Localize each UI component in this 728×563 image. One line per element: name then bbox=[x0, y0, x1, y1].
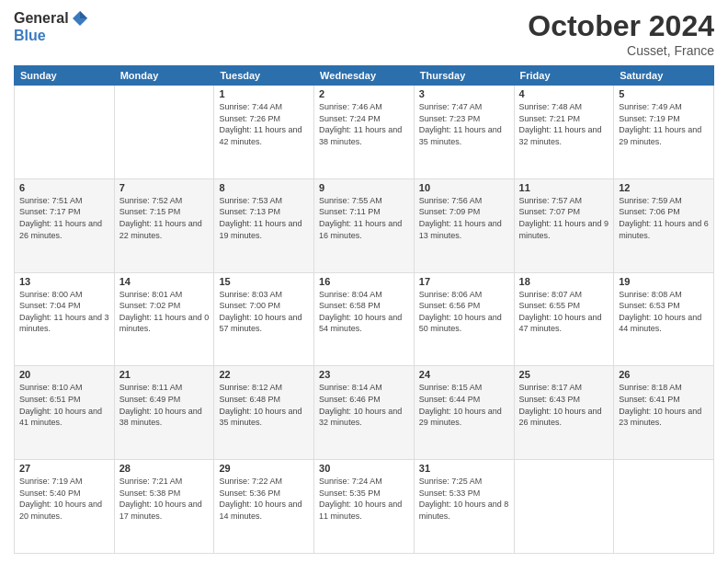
col-tuesday: Tuesday bbox=[214, 66, 314, 86]
day-number: 15 bbox=[219, 276, 309, 287]
table-row: 25Sunrise: 8:17 AM Sunset: 6:43 PM Dayli… bbox=[514, 366, 614, 460]
day-info: Sunrise: 7:24 AM Sunset: 5:35 PM Dayligh… bbox=[319, 476, 409, 522]
day-number: 17 bbox=[419, 276, 509, 287]
day-number: 6 bbox=[19, 182, 109, 193]
day-info: Sunrise: 7:56 AM Sunset: 7:09 PM Dayligh… bbox=[419, 195, 509, 241]
day-info: Sunrise: 7:55 AM Sunset: 7:11 PM Dayligh… bbox=[319, 195, 409, 241]
day-number: 14 bbox=[119, 276, 210, 287]
logo-text: General bbox=[14, 9, 89, 28]
table-row: 4Sunrise: 7:48 AM Sunset: 7:21 PM Daylig… bbox=[514, 86, 614, 179]
table-row: 20Sunrise: 8:10 AM Sunset: 6:51 PM Dayli… bbox=[15, 366, 115, 460]
table-row: 1Sunrise: 7:44 AM Sunset: 7:26 PM Daylig… bbox=[214, 86, 314, 179]
table-row: 19Sunrise: 8:08 AM Sunset: 6:53 PM Dayli… bbox=[614, 272, 714, 366]
day-info: Sunrise: 7:57 AM Sunset: 7:07 PM Dayligh… bbox=[519, 195, 609, 241]
day-number: 20 bbox=[19, 369, 109, 380]
day-number: 28 bbox=[119, 463, 210, 474]
table-row: 8Sunrise: 7:53 AM Sunset: 7:13 PM Daylig… bbox=[214, 178, 314, 272]
calendar-week-row: 6Sunrise: 7:51 AM Sunset: 7:17 PM Daylig… bbox=[15, 178, 714, 272]
day-number: 21 bbox=[119, 369, 210, 380]
logo-blue: Blue bbox=[14, 28, 46, 44]
day-info: Sunrise: 8:15 AM Sunset: 6:44 PM Dayligh… bbox=[419, 382, 509, 428]
table-row: 28Sunrise: 7:21 AM Sunset: 5:38 PM Dayli… bbox=[114, 460, 214, 554]
day-number: 19 bbox=[619, 276, 709, 287]
table-row: 27Sunrise: 7:19 AM Sunset: 5:40 PM Dayli… bbox=[15, 460, 115, 554]
day-info: Sunrise: 8:01 AM Sunset: 7:02 PM Dayligh… bbox=[119, 289, 210, 335]
col-friday: Friday bbox=[514, 66, 614, 86]
calendar-header-row: Sunday Monday Tuesday Wednesday Thursday… bbox=[15, 66, 714, 86]
table-row: 13Sunrise: 8:00 AM Sunset: 7:04 PM Dayli… bbox=[15, 272, 115, 366]
day-info: Sunrise: 8:04 AM Sunset: 6:58 PM Dayligh… bbox=[319, 289, 409, 335]
day-info: Sunrise: 8:18 AM Sunset: 6:41 PM Dayligh… bbox=[619, 382, 709, 428]
table-row: 7Sunrise: 7:52 AM Sunset: 7:15 PM Daylig… bbox=[114, 178, 214, 272]
day-info: Sunrise: 7:47 AM Sunset: 7:23 PM Dayligh… bbox=[419, 101, 509, 147]
day-info: Sunrise: 8:00 AM Sunset: 7:04 PM Dayligh… bbox=[19, 289, 109, 335]
day-info: Sunrise: 8:12 AM Sunset: 6:48 PM Dayligh… bbox=[219, 382, 309, 428]
col-saturday: Saturday bbox=[614, 66, 714, 86]
table-row: 10Sunrise: 7:56 AM Sunset: 7:09 PM Dayli… bbox=[414, 178, 514, 272]
day-number: 27 bbox=[19, 463, 109, 474]
logo: General Blue bbox=[14, 9, 89, 44]
col-thursday: Thursday bbox=[414, 66, 514, 86]
table-row: 16Sunrise: 8:04 AM Sunset: 6:58 PM Dayli… bbox=[314, 272, 415, 366]
day-info: Sunrise: 8:08 AM Sunset: 6:53 PM Dayligh… bbox=[619, 289, 709, 335]
table-row: 21Sunrise: 8:11 AM Sunset: 6:49 PM Dayli… bbox=[114, 366, 214, 460]
calendar-week-row: 20Sunrise: 8:10 AM Sunset: 6:51 PM Dayli… bbox=[15, 366, 714, 460]
day-info: Sunrise: 8:06 AM Sunset: 6:56 PM Dayligh… bbox=[419, 289, 509, 335]
day-number: 24 bbox=[419, 369, 509, 380]
table-row: 9Sunrise: 7:55 AM Sunset: 7:11 PM Daylig… bbox=[314, 178, 415, 272]
table-row: 18Sunrise: 8:07 AM Sunset: 6:55 PM Dayli… bbox=[514, 272, 614, 366]
day-number: 7 bbox=[119, 182, 210, 193]
svg-marker-1 bbox=[80, 11, 87, 18]
day-number: 3 bbox=[419, 88, 509, 99]
day-info: Sunrise: 7:49 AM Sunset: 7:19 PM Dayligh… bbox=[619, 101, 709, 147]
day-info: Sunrise: 8:07 AM Sunset: 6:55 PM Dayligh… bbox=[519, 289, 609, 335]
table-row: 3Sunrise: 7:47 AM Sunset: 7:23 PM Daylig… bbox=[414, 86, 514, 179]
day-number: 25 bbox=[519, 369, 609, 380]
table-row: 24Sunrise: 8:15 AM Sunset: 6:44 PM Dayli… bbox=[414, 366, 514, 460]
table-row: 31Sunrise: 7:25 AM Sunset: 5:33 PM Dayli… bbox=[414, 460, 514, 554]
day-info: Sunrise: 8:14 AM Sunset: 6:46 PM Dayligh… bbox=[319, 382, 409, 428]
day-info: Sunrise: 7:48 AM Sunset: 7:21 PM Dayligh… bbox=[519, 101, 609, 147]
calendar-week-row: 27Sunrise: 7:19 AM Sunset: 5:40 PM Dayli… bbox=[15, 460, 714, 554]
day-number: 16 bbox=[319, 276, 409, 287]
table-row: 26Sunrise: 8:18 AM Sunset: 6:41 PM Dayli… bbox=[614, 366, 714, 460]
logo-general: General bbox=[14, 10, 69, 27]
table-row: 12Sunrise: 7:59 AM Sunset: 7:06 PM Dayli… bbox=[614, 178, 714, 272]
day-info: Sunrise: 7:52 AM Sunset: 7:15 PM Dayligh… bbox=[119, 195, 210, 241]
day-number: 9 bbox=[319, 182, 409, 193]
header: General Blue October 2024 Cusset, France bbox=[14, 9, 714, 58]
table-row bbox=[514, 460, 614, 554]
day-info: Sunrise: 8:03 AM Sunset: 7:00 PM Dayligh… bbox=[219, 289, 309, 335]
logo-icon bbox=[71, 9, 89, 28]
calendar-week-row: 13Sunrise: 8:00 AM Sunset: 7:04 PM Dayli… bbox=[15, 272, 714, 366]
day-info: Sunrise: 7:51 AM Sunset: 7:17 PM Dayligh… bbox=[19, 195, 109, 241]
table-row: 15Sunrise: 8:03 AM Sunset: 7:00 PM Dayli… bbox=[214, 272, 314, 366]
day-info: Sunrise: 7:53 AM Sunset: 7:13 PM Dayligh… bbox=[219, 195, 309, 241]
day-number: 5 bbox=[619, 88, 709, 99]
table-row: 22Sunrise: 8:12 AM Sunset: 6:48 PM Dayli… bbox=[214, 366, 314, 460]
day-info: Sunrise: 7:21 AM Sunset: 5:38 PM Dayligh… bbox=[119, 476, 210, 522]
col-wednesday: Wednesday bbox=[314, 66, 415, 86]
day-number: 13 bbox=[19, 276, 109, 287]
day-info: Sunrise: 8:10 AM Sunset: 6:51 PM Dayligh… bbox=[19, 382, 109, 428]
calendar-table: Sunday Monday Tuesday Wednesday Thursday… bbox=[14, 65, 714, 554]
month-year-title: October 2024 bbox=[528, 9, 714, 43]
calendar-week-row: 1Sunrise: 7:44 AM Sunset: 7:26 PM Daylig… bbox=[15, 86, 714, 179]
day-info: Sunrise: 8:17 AM Sunset: 6:43 PM Dayligh… bbox=[519, 382, 609, 428]
day-number: 26 bbox=[619, 369, 709, 380]
day-number: 29 bbox=[219, 463, 309, 474]
location-label: Cusset, France bbox=[528, 43, 714, 58]
day-number: 1 bbox=[219, 88, 309, 99]
table-row bbox=[114, 86, 214, 179]
day-number: 10 bbox=[419, 182, 509, 193]
day-info: Sunrise: 7:59 AM Sunset: 7:06 PM Dayligh… bbox=[619, 195, 709, 241]
day-number: 31 bbox=[419, 463, 509, 474]
table-row: 30Sunrise: 7:24 AM Sunset: 5:35 PM Dayli… bbox=[314, 460, 415, 554]
page: General Blue October 2024 Cusset, France… bbox=[0, 0, 728, 563]
title-section: October 2024 Cusset, France bbox=[528, 9, 714, 58]
table-row bbox=[15, 86, 115, 179]
day-number: 2 bbox=[319, 88, 409, 99]
table-row: 29Sunrise: 7:22 AM Sunset: 5:36 PM Dayli… bbox=[214, 460, 314, 554]
table-row: 6Sunrise: 7:51 AM Sunset: 7:17 PM Daylig… bbox=[15, 178, 115, 272]
table-row: 14Sunrise: 8:01 AM Sunset: 7:02 PM Dayli… bbox=[114, 272, 214, 366]
